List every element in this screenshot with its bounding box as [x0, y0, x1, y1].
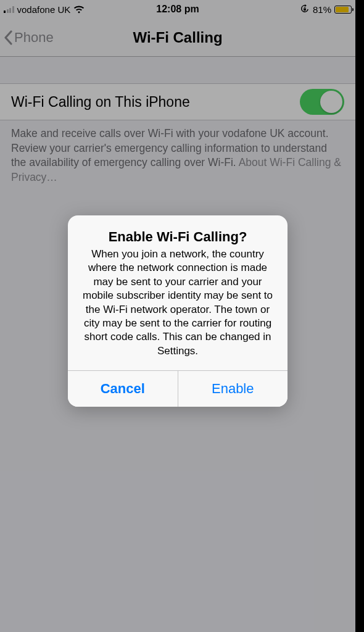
alert-button-row: Cancel Enable: [68, 370, 287, 407]
enable-button[interactable]: Enable: [178, 371, 288, 407]
cancel-button[interactable]: Cancel: [68, 371, 178, 407]
alert-title: Enable Wi-Fi Calling?: [79, 229, 276, 245]
device-frame: vodafone UK 12:08 pm 81%: [0, 0, 355, 632]
alert-message: When you join a network, the country whe…: [79, 247, 276, 359]
alert-body: Enable Wi-Fi Calling? When you join a ne…: [68, 215, 287, 371]
alert-backdrop: Enable Wi-Fi Calling? When you join a ne…: [0, 0, 355, 632]
alert-dialog: Enable Wi-Fi Calling? When you join a ne…: [68, 215, 287, 407]
